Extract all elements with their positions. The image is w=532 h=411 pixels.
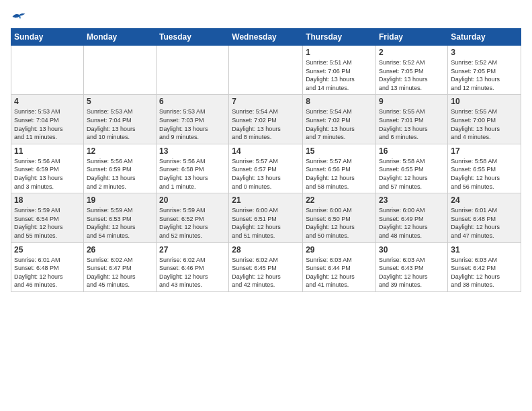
day-info: Sunrise: 6:00 AM Sunset: 6:49 PM Dayligh… [379, 206, 445, 240]
day-number: 31 [451, 245, 518, 255]
calendar-table: SundayMondayTuesdayWednesdayThursdayFrid… [11, 28, 521, 292]
day-number: 15 [306, 146, 373, 156]
calendar-cell: 6Sunrise: 5:53 AM Sunset: 7:03 PM Daylig… [157, 95, 229, 144]
day-number: 11 [14, 146, 81, 156]
logo [11, 11, 26, 23]
day-info: Sunrise: 6:02 AM Sunset: 6:47 PM Dayligh… [87, 256, 153, 289]
logo-bird-icon [11, 11, 26, 23]
weekday-header-thursday: Thursday [303, 29, 376, 46]
day-number: 13 [159, 146, 226, 156]
calendar-cell: 7Sunrise: 5:54 AM Sunset: 7:02 PM Daylig… [229, 95, 303, 144]
day-number: 16 [379, 146, 445, 156]
calendar-cell: 23Sunrise: 6:00 AM Sunset: 6:49 PM Dayli… [376, 193, 448, 242]
day-number: 5 [87, 97, 153, 106]
weekday-header-monday: Monday [83, 29, 156, 46]
weekday-header-friday: Friday [376, 29, 448, 46]
calendar-cell: 13Sunrise: 5:56 AM Sunset: 6:58 PM Dayli… [157, 144, 229, 193]
day-info: Sunrise: 5:53 AM Sunset: 7:04 PM Dayligh… [14, 107, 81, 141]
calendar-cell: 25Sunrise: 6:01 AM Sunset: 6:48 PM Dayli… [11, 242, 84, 291]
day-number: 17 [451, 146, 518, 156]
calendar-cell: 29Sunrise: 6:03 AM Sunset: 6:44 PM Dayli… [303, 242, 376, 291]
day-info: Sunrise: 6:01 AM Sunset: 6:48 PM Dayligh… [14, 256, 81, 289]
day-number: 25 [14, 245, 81, 255]
day-number: 1 [306, 48, 373, 57]
calendar-cell: 10Sunrise: 5:55 AM Sunset: 7:00 PM Dayli… [448, 95, 521, 144]
day-number: 21 [232, 195, 300, 205]
calendar-cell: 14Sunrise: 5:57 AM Sunset: 6:57 PM Dayli… [229, 144, 303, 193]
calendar-cell [11, 46, 84, 95]
day-number: 7 [232, 97, 300, 106]
calendar-cell: 12Sunrise: 5:56 AM Sunset: 6:59 PM Dayli… [83, 144, 156, 193]
calendar-week-row: 1Sunrise: 5:51 AM Sunset: 7:06 PM Daylig… [11, 46, 521, 95]
day-info: Sunrise: 5:55 AM Sunset: 7:00 PM Dayligh… [451, 107, 518, 141]
weekday-header-saturday: Saturday [448, 29, 521, 46]
day-info: Sunrise: 5:52 AM Sunset: 7:05 PM Dayligh… [451, 58, 518, 92]
calendar-cell: 1Sunrise: 5:51 AM Sunset: 7:06 PM Daylig… [303, 46, 376, 95]
day-number: 19 [87, 195, 153, 205]
day-info: Sunrise: 6:00 AM Sunset: 6:51 PM Dayligh… [232, 206, 300, 240]
calendar-cell: 17Sunrise: 5:58 AM Sunset: 6:55 PM Dayli… [448, 144, 521, 193]
calendar-cell: 19Sunrise: 5:59 AM Sunset: 6:53 PM Dayli… [83, 193, 156, 242]
calendar-cell: 27Sunrise: 6:02 AM Sunset: 6:46 PM Dayli… [157, 242, 229, 291]
day-info: Sunrise: 5:56 AM Sunset: 6:58 PM Dayligh… [159, 157, 226, 191]
day-info: Sunrise: 5:56 AM Sunset: 6:59 PM Dayligh… [87, 157, 153, 191]
calendar-cell: 3Sunrise: 5:52 AM Sunset: 7:05 PM Daylig… [448, 46, 521, 95]
day-number: 23 [379, 195, 445, 205]
calendar-cell: 5Sunrise: 5:53 AM Sunset: 7:04 PM Daylig… [83, 95, 156, 144]
day-info: Sunrise: 6:03 AM Sunset: 6:44 PM Dayligh… [306, 256, 373, 289]
weekday-header-row: SundayMondayTuesdayWednesdayThursdayFrid… [11, 29, 521, 46]
weekday-header-sunday: Sunday [11, 29, 84, 46]
calendar-cell: 18Sunrise: 5:59 AM Sunset: 6:54 PM Dayli… [11, 193, 84, 242]
calendar-week-row: 4Sunrise: 5:53 AM Sunset: 7:04 PM Daylig… [11, 95, 521, 144]
day-info: Sunrise: 5:58 AM Sunset: 6:55 PM Dayligh… [379, 157, 445, 191]
calendar-cell: 30Sunrise: 6:03 AM Sunset: 6:43 PM Dayli… [376, 242, 448, 291]
calendar-cell: 22Sunrise: 6:00 AM Sunset: 6:50 PM Dayli… [303, 193, 376, 242]
day-info: Sunrise: 5:51 AM Sunset: 7:06 PM Dayligh… [306, 58, 373, 92]
day-info: Sunrise: 5:59 AM Sunset: 6:54 PM Dayligh… [14, 206, 81, 240]
calendar-cell: 28Sunrise: 6:02 AM Sunset: 6:45 PM Dayli… [229, 242, 303, 291]
day-info: Sunrise: 5:58 AM Sunset: 6:55 PM Dayligh… [451, 157, 518, 191]
calendar-cell: 8Sunrise: 5:54 AM Sunset: 7:02 PM Daylig… [303, 95, 376, 144]
day-info: Sunrise: 6:02 AM Sunset: 6:46 PM Dayligh… [159, 256, 226, 289]
day-number: 12 [87, 146, 153, 156]
calendar-cell: 9Sunrise: 5:55 AM Sunset: 7:01 PM Daylig… [376, 95, 448, 144]
calendar-cell: 21Sunrise: 6:00 AM Sunset: 6:51 PM Dayli… [229, 193, 303, 242]
day-number: 24 [451, 195, 518, 205]
calendar-cell: 2Sunrise: 5:52 AM Sunset: 7:05 PM Daylig… [376, 46, 448, 95]
day-info: Sunrise: 5:57 AM Sunset: 6:56 PM Dayligh… [306, 157, 373, 191]
day-number: 6 [159, 97, 226, 106]
calendar-cell: 31Sunrise: 6:03 AM Sunset: 6:42 PM Dayli… [448, 242, 521, 291]
calendar-cell: 15Sunrise: 5:57 AM Sunset: 6:56 PM Dayli… [303, 144, 376, 193]
day-number: 28 [232, 245, 300, 255]
day-info: Sunrise: 5:57 AM Sunset: 6:57 PM Dayligh… [232, 157, 300, 191]
calendar-cell [83, 46, 156, 95]
day-number: 26 [87, 245, 153, 255]
calendar-cell: 20Sunrise: 5:59 AM Sunset: 6:52 PM Dayli… [157, 193, 229, 242]
day-number: 8 [306, 97, 373, 106]
calendar-cell: 16Sunrise: 5:58 AM Sunset: 6:55 PM Dayli… [376, 144, 448, 193]
weekday-header-tuesday: Tuesday [157, 29, 229, 46]
day-info: Sunrise: 5:59 AM Sunset: 6:52 PM Dayligh… [159, 206, 226, 240]
day-number: 22 [306, 195, 373, 205]
day-info: Sunrise: 5:53 AM Sunset: 7:03 PM Dayligh… [159, 107, 226, 141]
day-info: Sunrise: 5:54 AM Sunset: 7:02 PM Dayligh… [232, 107, 300, 141]
day-info: Sunrise: 5:53 AM Sunset: 7:04 PM Dayligh… [87, 107, 153, 141]
day-number: 27 [159, 245, 226, 255]
calendar-week-row: 25Sunrise: 6:01 AM Sunset: 6:48 PM Dayli… [11, 242, 521, 291]
day-number: 29 [306, 245, 373, 255]
calendar-week-row: 11Sunrise: 5:56 AM Sunset: 6:59 PM Dayli… [11, 144, 521, 193]
day-info: Sunrise: 6:03 AM Sunset: 6:42 PM Dayligh… [451, 256, 518, 289]
calendar-cell: 4Sunrise: 5:53 AM Sunset: 7:04 PM Daylig… [11, 95, 84, 144]
page-header [11, 11, 521, 23]
day-number: 30 [379, 245, 445, 255]
calendar-cell: 24Sunrise: 6:01 AM Sunset: 6:48 PM Dayli… [448, 193, 521, 242]
day-number: 20 [159, 195, 226, 205]
day-number: 9 [379, 97, 445, 106]
weekday-header-wednesday: Wednesday [229, 29, 303, 46]
calendar-week-row: 18Sunrise: 5:59 AM Sunset: 6:54 PM Dayli… [11, 193, 521, 242]
day-number: 4 [14, 97, 81, 106]
day-info: Sunrise: 5:56 AM Sunset: 6:59 PM Dayligh… [14, 157, 81, 191]
calendar-cell: 26Sunrise: 6:02 AM Sunset: 6:47 PM Dayli… [83, 242, 156, 291]
day-number: 2 [379, 48, 445, 57]
calendar-cell: 11Sunrise: 5:56 AM Sunset: 6:59 PM Dayli… [11, 144, 84, 193]
